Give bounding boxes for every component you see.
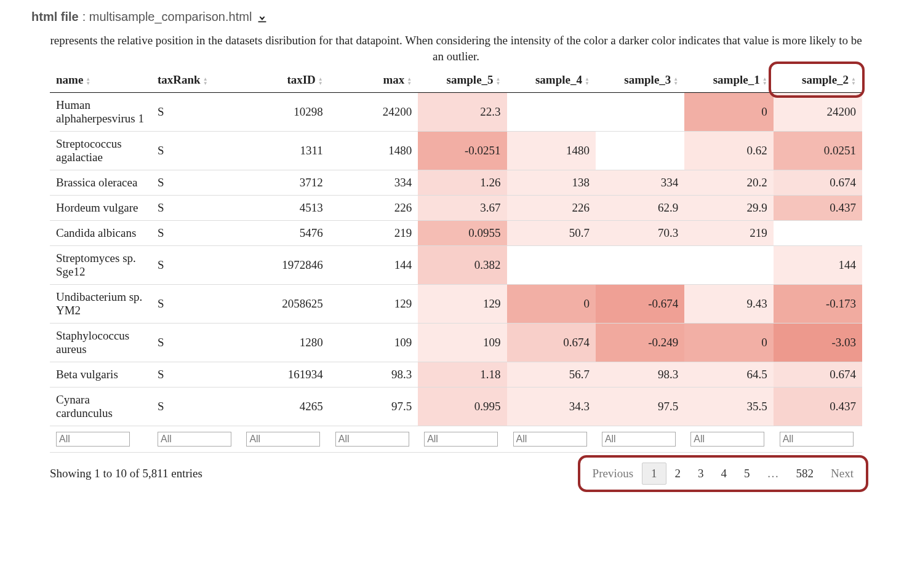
cell-sample: 0.382 bbox=[418, 246, 506, 285]
cell-sample: 34.3 bbox=[507, 387, 596, 426]
sort-icon: ▲▼ bbox=[585, 77, 590, 85]
table-row: Candida albicansS54762190.095550.770.321… bbox=[50, 221, 862, 246]
download-icon[interactable] bbox=[255, 10, 269, 24]
cell-max: 1480 bbox=[329, 132, 418, 170]
filter-input-taxRank[interactable] bbox=[158, 432, 231, 447]
cell-sample bbox=[596, 132, 684, 170]
cell-taxid: 3712 bbox=[240, 170, 329, 196]
cell-sample: 20.2 bbox=[684, 170, 773, 196]
filter-input-name[interactable] bbox=[56, 432, 130, 447]
filter-input-sample_1[interactable] bbox=[690, 432, 764, 447]
cell-sample: 97.5 bbox=[596, 387, 684, 426]
column-header-name[interactable]: name▲▼ bbox=[50, 68, 151, 93]
cell-sample: -0.0251 bbox=[418, 132, 506, 170]
cell-name: Undibacterium sp. YM2 bbox=[50, 285, 151, 324]
cell-name: Streptococcus agalactiae bbox=[50, 132, 151, 170]
table-row: Streptococcus agalactiaeS13111480-0.0251… bbox=[50, 132, 862, 170]
cell-sample: 98.3 bbox=[596, 362, 684, 387]
cell-sample: 56.7 bbox=[507, 362, 596, 387]
cell-taxid: 4265 bbox=[240, 387, 329, 426]
cell-sample: 35.5 bbox=[684, 387, 773, 426]
cell-taxid: 10298 bbox=[240, 93, 329, 132]
cell-taxrank: S bbox=[151, 93, 240, 132]
file-name: : multisample_comparison.html bbox=[82, 10, 252, 24]
cell-sample: 138 bbox=[507, 170, 596, 196]
file-header: html file : multisample_comparison.html bbox=[31, 10, 881, 24]
cell-max: 226 bbox=[329, 196, 418, 221]
cell-taxid: 1972846 bbox=[240, 246, 329, 285]
cell-taxid: 1311 bbox=[240, 132, 329, 170]
filter-input-sample_2[interactable] bbox=[780, 432, 854, 447]
cell-sample: -0.173 bbox=[774, 285, 862, 324]
cell-taxid: 5476 bbox=[240, 221, 329, 246]
sort-icon: ▲▼ bbox=[851, 77, 856, 85]
sort-icon: ▲▼ bbox=[762, 77, 767, 85]
file-label: html file bbox=[31, 10, 79, 24]
cell-sample bbox=[596, 246, 684, 285]
column-header-sample_3[interactable]: sample_3▲▼ bbox=[596, 68, 684, 93]
table-row: Undibacterium sp. YM2S20586251291290-0.6… bbox=[50, 285, 862, 324]
sort-icon: ▲▼ bbox=[86, 77, 90, 85]
cell-sample: -0.249 bbox=[596, 324, 684, 362]
pagination: Previous12345…582Next bbox=[584, 463, 862, 485]
page-582[interactable]: 582 bbox=[788, 463, 823, 484]
cell-sample: 24200 bbox=[774, 93, 862, 132]
cell-sample: 64.5 bbox=[684, 362, 773, 387]
cell-sample: 0.674 bbox=[774, 170, 862, 196]
sort-icon: ▲▼ bbox=[203, 77, 208, 85]
cell-sample: 0.674 bbox=[774, 362, 862, 387]
cell-sample bbox=[596, 93, 684, 132]
column-header-sample_4[interactable]: sample_4▲▼ bbox=[507, 68, 596, 93]
filter-input-taxID[interactable] bbox=[246, 432, 320, 447]
cell-sample: 1.26 bbox=[418, 170, 506, 196]
cell-sample: 144 bbox=[774, 246, 862, 285]
cell-sample: 0 bbox=[507, 285, 596, 324]
cell-taxid: 2058625 bbox=[240, 285, 329, 324]
cell-max: 98.3 bbox=[329, 362, 418, 387]
column-header-max[interactable]: max▲▼ bbox=[329, 68, 418, 93]
filter-input-sample_5[interactable] bbox=[424, 432, 498, 447]
column-header-sample_5[interactable]: sample_5▲▼ bbox=[418, 68, 506, 93]
page-1[interactable]: 1 bbox=[642, 463, 666, 485]
sort-icon: ▲▼ bbox=[673, 77, 678, 85]
cell-sample: 0.995 bbox=[418, 387, 506, 426]
filter-input-sample_4[interactable] bbox=[513, 432, 587, 447]
cell-taxrank: S bbox=[151, 196, 240, 221]
cell-taxid: 1280 bbox=[240, 324, 329, 362]
cell-taxrank: S bbox=[151, 285, 240, 324]
column-header-taxRank[interactable]: taxRank▲▼ bbox=[151, 68, 240, 93]
cell-sample: 129 bbox=[418, 285, 506, 324]
cell-sample: 0.62 bbox=[684, 132, 773, 170]
cell-sample: 0.437 bbox=[774, 387, 862, 426]
page-2[interactable]: 2 bbox=[666, 463, 690, 484]
filter-input-max[interactable] bbox=[335, 432, 409, 447]
description-text: represents the relative position in the … bbox=[50, 33, 862, 64]
cell-taxrank: S bbox=[151, 362, 240, 387]
cell-sample: 3.67 bbox=[418, 196, 506, 221]
page-4[interactable]: 4 bbox=[713, 463, 736, 484]
cell-sample: 0.674 bbox=[507, 324, 596, 362]
cell-max: 144 bbox=[329, 246, 418, 285]
filter-input-sample_3[interactable] bbox=[602, 432, 676, 447]
column-header-sample_1[interactable]: sample_1▲▼ bbox=[684, 68, 773, 93]
cell-sample: 22.3 bbox=[418, 93, 506, 132]
cell-sample: 0 bbox=[684, 93, 773, 132]
table-row: Cynara cardunculusS426597.50.99534.397.5… bbox=[50, 387, 862, 426]
column-header-taxID[interactable]: taxID▲▼ bbox=[240, 68, 329, 93]
cell-sample: 1480 bbox=[507, 132, 596, 170]
page-next[interactable]: Next bbox=[822, 463, 862, 484]
cell-sample: 109 bbox=[418, 324, 506, 362]
cell-taxid: 4513 bbox=[240, 196, 329, 221]
cell-sample bbox=[774, 221, 862, 246]
column-header-sample_2[interactable]: sample_2▲▼ bbox=[774, 68, 862, 93]
page-3[interactable]: 3 bbox=[689, 463, 713, 484]
cell-taxrank: S bbox=[151, 387, 240, 426]
cell-taxrank: S bbox=[151, 246, 240, 285]
page-5[interactable]: 5 bbox=[735, 463, 759, 484]
cell-name: Candida albicans bbox=[50, 221, 151, 246]
cell-max: 129 bbox=[329, 285, 418, 324]
page-prev[interactable]: Previous bbox=[584, 463, 642, 484]
cell-sample bbox=[507, 246, 596, 285]
sort-icon: ▲▼ bbox=[407, 77, 412, 85]
cell-sample: 50.7 bbox=[507, 221, 596, 246]
